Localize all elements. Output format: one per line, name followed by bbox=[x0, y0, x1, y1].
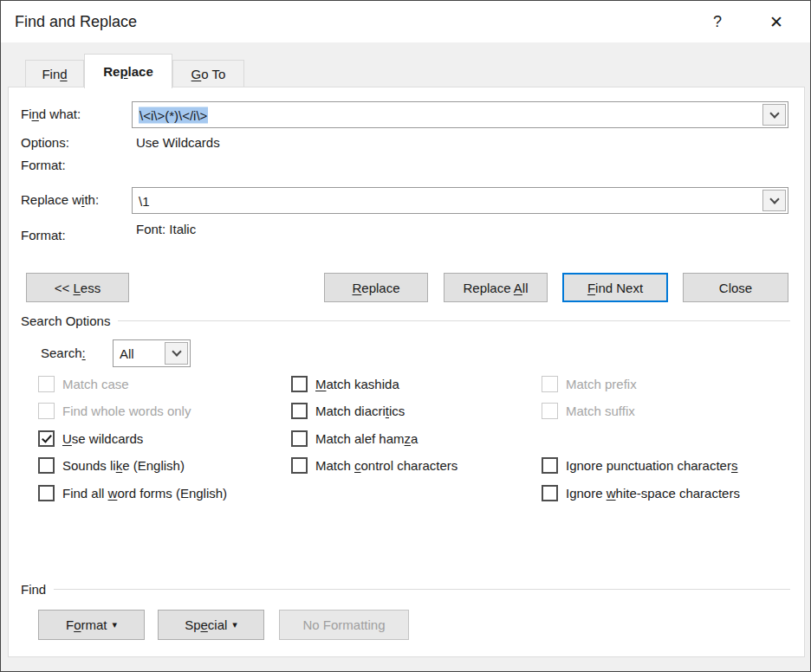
no-formatting-button-label: No Formatting bbox=[302, 617, 385, 632]
replace-format-value: Font: Italic bbox=[136, 221, 196, 238]
checkbox-label: Match control characters bbox=[315, 458, 457, 473]
special-button-label: Special bbox=[185, 617, 227, 632]
find-what-value: \<i\>(*)\</i\> bbox=[139, 107, 208, 122]
tab-find-label: Find bbox=[42, 67, 67, 81]
title-bar: Find and Replace ? ✕ bbox=[1, 1, 810, 42]
checkbox-match-diacritics[interactable]: Match diacritics bbox=[291, 402, 405, 421]
tab-go-to-label: Go To bbox=[191, 67, 226, 81]
search-direction-dropdown-button[interactable] bbox=[165, 342, 188, 365]
replace-with-input[interactable]: \1 bbox=[132, 187, 788, 214]
checkbox-box bbox=[38, 403, 55, 419]
replace-with-label: Replace with: bbox=[21, 191, 99, 209]
tab-find[interactable]: Find bbox=[25, 60, 84, 87]
checkbox-box bbox=[38, 376, 55, 392]
checkbox-column-3: Match prefixMatch suffixIgnore punctuati… bbox=[542, 374, 806, 521]
special-menu-button[interactable]: Special ▾ bbox=[158, 610, 264, 640]
checkbox-column-1: Match caseFind whole words onlyUse wildc… bbox=[38, 374, 298, 521]
find-and-replace-dialog: Find and Replace ? ✕ Find Replace Go To … bbox=[0, 0, 811, 672]
find-next-button-label: Find Next bbox=[587, 281, 643, 295]
tab-replace-label: Replace bbox=[103, 64, 153, 79]
find-what-label: Find what: bbox=[21, 106, 81, 123]
checkbox-match-kashida[interactable]: Match kashida bbox=[291, 374, 399, 393]
chevron-down-icon bbox=[172, 346, 181, 356]
chevron-down-icon bbox=[769, 108, 779, 118]
dialog-title: Find and Replace bbox=[15, 13, 137, 31]
selected-text: \<i\>(*)\</i\> bbox=[139, 107, 208, 123]
chevron-down-icon bbox=[769, 194, 779, 204]
help-icon: ? bbox=[713, 13, 722, 31]
close-button[interactable]: ✕ bbox=[762, 10, 791, 34]
options-label: Options: bbox=[21, 134, 69, 152]
checkbox-box[interactable] bbox=[542, 457, 558, 474]
checkbox-box[interactable] bbox=[291, 430, 308, 447]
options-value: Use Wildcards bbox=[136, 134, 220, 152]
search-direction-value: All bbox=[120, 346, 134, 361]
find-next-button[interactable]: Find Next bbox=[562, 273, 668, 302]
checkbox-box[interactable] bbox=[38, 430, 55, 447]
replace-format-label: Format: bbox=[21, 227, 66, 244]
close-button-label: Close bbox=[719, 281, 752, 295]
dropdown-arrow-icon: ▾ bbox=[232, 620, 237, 630]
less-button-label: << Less bbox=[55, 281, 101, 295]
find-group-header: Find bbox=[21, 582, 790, 597]
tab-replace[interactable]: Replace bbox=[84, 54, 172, 88]
checkbox-label: Sounds like (English) bbox=[62, 458, 185, 473]
replace-with-dropdown-button[interactable] bbox=[762, 190, 786, 211]
checkbox-label: Match kashida bbox=[315, 377, 399, 391]
replace-all-button-label: Replace All bbox=[463, 281, 528, 295]
no-formatting-button: No Formatting bbox=[279, 610, 409, 640]
replace-all-button[interactable]: Replace All bbox=[444, 273, 548, 302]
format-menu-button[interactable]: Format ▾ bbox=[38, 610, 145, 640]
close-dialog-button[interactable]: Close bbox=[683, 273, 788, 302]
checkbox-box[interactable] bbox=[38, 485, 55, 501]
tab-go-to[interactable]: Go To bbox=[172, 60, 244, 87]
checkbox-column-2: Match kashidaMatch diacriticsMatch alef … bbox=[291, 374, 551, 521]
checkbox-use-wildcards[interactable]: Use wildcards bbox=[38, 429, 143, 448]
checkbox-box[interactable] bbox=[291, 376, 308, 392]
checkbox-find-all-word-forms[interactable]: Find all word forms (English) bbox=[38, 483, 227, 502]
check-icon bbox=[42, 432, 52, 443]
search-options-group-label: Search Options bbox=[21, 313, 110, 328]
less-button[interactable]: << Less bbox=[26, 273, 129, 302]
search-direction-label: Search: bbox=[41, 345, 86, 362]
checkbox-find-whole-words-only: Find whole words only bbox=[38, 402, 191, 421]
checkbox-label: Ignore white-space characters bbox=[566, 486, 740, 501]
find-format-label: Format: bbox=[21, 157, 66, 174]
format-button-label: Format bbox=[66, 617, 107, 632]
checkbox-ignore-punctuation-characters[interactable]: Ignore punctuation characters bbox=[542, 456, 737, 475]
checkbox-box[interactable] bbox=[38, 457, 55, 474]
checkbox-match-prefix: Match prefix bbox=[542, 374, 637, 393]
checkbox-box[interactable] bbox=[542, 485, 558, 501]
search-options-group-header: Search Options bbox=[21, 313, 790, 328]
dropdown-arrow-icon: ▾ bbox=[112, 620, 117, 630]
checkbox-box[interactable] bbox=[291, 457, 308, 474]
find-what-input[interactable]: \<i\>(*)\</i\> bbox=[132, 101, 788, 128]
checkbox-ignore-white-space-characters[interactable]: Ignore white-space characters bbox=[542, 483, 740, 502]
group-divider bbox=[118, 320, 790, 321]
checkbox-box bbox=[542, 376, 558, 392]
help-button[interactable]: ? bbox=[703, 10, 732, 34]
find-group-label: Find bbox=[21, 582, 46, 597]
checkbox-box bbox=[542, 403, 558, 419]
checkbox-match-control-characters[interactable]: Match control characters bbox=[291, 456, 457, 475]
checkbox-label: Match alef hamza bbox=[315, 431, 418, 446]
replace-button[interactable]: Replace bbox=[324, 273, 428, 302]
checkbox-label: Find all word forms (English) bbox=[62, 486, 227, 501]
checkbox-label: Match prefix bbox=[566, 377, 637, 391]
checkbox-match-alef-hamza[interactable]: Match alef hamza bbox=[291, 429, 418, 448]
checkbox-label: Match suffix bbox=[566, 404, 635, 418]
checkbox-match-suffix: Match suffix bbox=[542, 402, 635, 421]
checkbox-box[interactable] bbox=[291, 403, 308, 419]
search-direction-select[interactable]: All bbox=[113, 339, 191, 367]
checkbox-label: Use wildcards bbox=[62, 431, 143, 446]
checkbox-sounds-like[interactable]: Sounds like (English) bbox=[38, 456, 185, 475]
checkbox-label: Find whole words only bbox=[62, 404, 191, 418]
replace-with-value: \1 bbox=[139, 193, 150, 208]
checkbox-label: Match diacritics bbox=[315, 404, 405, 418]
checkbox-label: Ignore punctuation characters bbox=[566, 458, 737, 473]
checkbox-label: Match case bbox=[62, 377, 129, 391]
replace-tab-panel: Find what: \<i\>(*)\</i\> Options: Use W… bbox=[8, 87, 805, 657]
group-divider bbox=[54, 589, 790, 590]
find-what-dropdown-button[interactable] bbox=[762, 104, 786, 126]
close-icon: ✕ bbox=[769, 12, 783, 32]
